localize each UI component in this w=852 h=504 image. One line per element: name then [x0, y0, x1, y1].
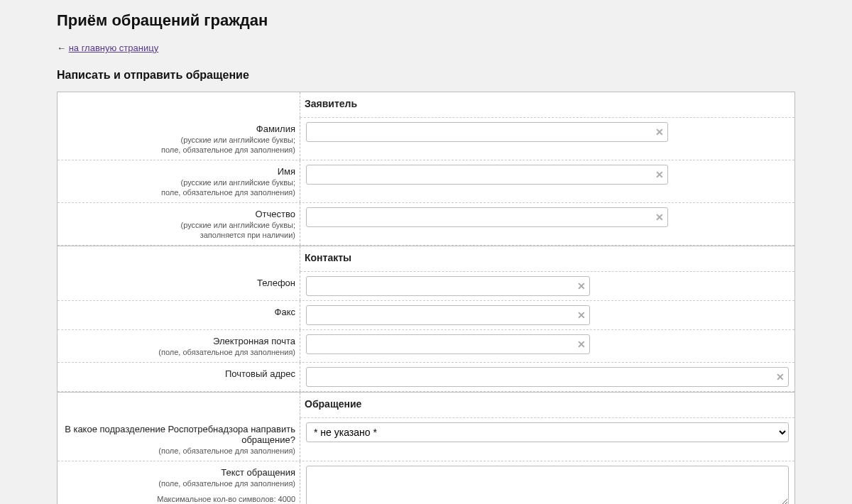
row-phone: Телефон ✕: [58, 272, 794, 301]
page-title: Приём обращений граждан: [57, 11, 795, 30]
postal-label: Почтовый адрес: [225, 368, 295, 379]
clear-icon[interactable]: ✕: [577, 339, 586, 350]
section-header-appeal: Обращение: [300, 393, 794, 418]
surname-input[interactable]: [306, 122, 668, 142]
fax-label: Факс: [275, 307, 295, 317]
surname-hint1: (русские или английские буквы;: [62, 136, 295, 144]
text-label: Текст обращения: [221, 467, 295, 478]
patronymic-hint2: заполняется при наличии): [62, 231, 295, 239]
email-input[interactable]: [306, 334, 590, 354]
section-header-contacts: Контакты: [300, 246, 794, 272]
appeal-textarea[interactable]: [306, 466, 789, 504]
row-surname: Фамилия (русские или английские буквы; п…: [58, 118, 794, 160]
phone-input[interactable]: [306, 276, 590, 296]
spacer: [58, 92, 300, 118]
postal-input[interactable]: [306, 367, 789, 387]
patronymic-hint1: (русские или английские буквы;: [62, 221, 295, 229]
text-hint: (поле, обязательное для заполнения): [62, 479, 295, 488]
name-input[interactable]: [306, 165, 668, 185]
name-label: Имя: [278, 166, 295, 177]
appeal-form: Заявитель Фамилия (русские или английски…: [57, 92, 795, 504]
fax-input[interactable]: [306, 305, 590, 325]
row-fax: Факс ✕: [58, 301, 794, 330]
department-label: В какое подразделение Роспотребнадзора н…: [65, 424, 295, 445]
section-header-applicant: Заявитель: [300, 92, 794, 118]
name-hint2: поле, обязательное для заполнения): [62, 188, 295, 197]
patronymic-label: Отчество: [255, 209, 295, 219]
spacer: [58, 393, 300, 418]
name-hint1: (русские или английские буквы;: [62, 178, 295, 187]
email-label: Электронная почта: [213, 336, 295, 346]
row-patronymic: Отчество (русские или английские буквы; …: [58, 203, 794, 246]
row-postal: Почтовый адрес ✕: [58, 363, 794, 392]
page-subtitle: Написать и отправить обращение: [57, 69, 795, 82]
surname-label: Фамилия: [256, 124, 295, 134]
clear-icon[interactable]: ✕: [655, 126, 664, 138]
text-maxchars: Максимальное кол-во символов: 4000: [62, 495, 295, 503]
phone-label: Телефон: [257, 278, 295, 288]
back-link-container: ← на главную страницу: [57, 43, 795, 53]
department-hint: (поле, обязательное для заполнения): [62, 447, 295, 455]
back-arrow-icon: ←: [57, 43, 66, 53]
patronymic-input[interactable]: [306, 207, 668, 227]
clear-icon[interactable]: ✕: [577, 280, 586, 292]
clear-icon[interactable]: ✕: [655, 212, 664, 223]
spacer: [58, 246, 300, 272]
row-name: Имя (русские или английские буквы; поле,…: [58, 160, 794, 203]
clear-icon[interactable]: ✕: [655, 169, 664, 180]
row-department: В какое подразделение Роспотребнадзора н…: [58, 418, 794, 461]
clear-icon[interactable]: ✕: [776, 371, 785, 383]
clear-icon[interactable]: ✕: [577, 309, 586, 321]
surname-hint2: поле, обязательное для заполнения): [62, 146, 295, 154]
department-select[interactable]: * не указано *: [306, 422, 789, 442]
back-link[interactable]: на главную страницу: [69, 43, 159, 53]
row-text: Текст обращения (поле, обязательное для …: [58, 461, 794, 504]
email-hint: (поле, обязательное для заполнения): [62, 348, 295, 356]
row-email: Электронная почта (поле, обязательное дл…: [58, 330, 794, 363]
